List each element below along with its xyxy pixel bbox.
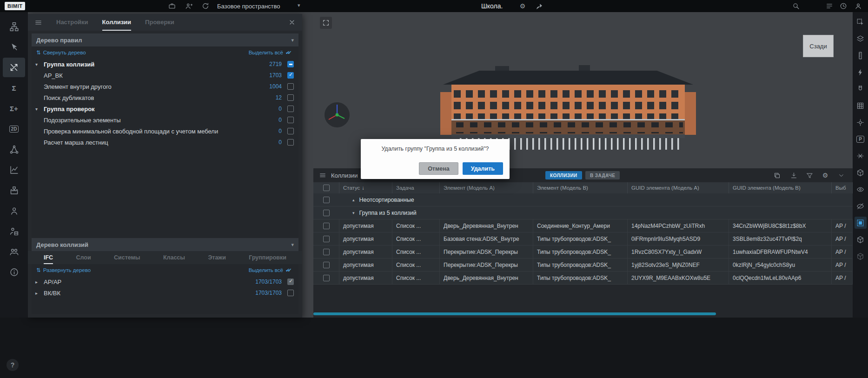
chevron-down-icon[interactable]: ▾ [291,242,294,248]
tab-settings[interactable]: Настройки [56,14,88,31]
graph-tool-icon[interactable] [3,139,25,159]
hide-eye-icon[interactable] [855,200,867,212]
column-guid-a[interactable]: GUID элемента (Модель А) [628,182,729,193]
close-icon[interactable] [288,19,296,26]
row-checkbox[interactable] [323,275,330,281]
rule-tree-row[interactable]: ▾ Группа коллизий 2719 [32,59,298,70]
rule-checkbox[interactable] [287,83,294,90]
isolate-box-icon[interactable] [855,217,867,229]
row-checkbox[interactable] [323,249,330,255]
expand-caret-icon[interactable]: ▾ [35,106,44,112]
info-tool-icon[interactable] [3,262,25,282]
pair-checkbox[interactable] [287,279,294,285]
rule-tree-row[interactable]: ▾ Группа проверок 0 [32,103,298,114]
grid-table-icon[interactable] [855,99,867,112]
column-element-a[interactable]: Элемент (Модель А) [440,182,533,193]
rules-tree-header[interactable]: Дерево правил ▾ [32,33,298,46]
select-tool-icon[interactable] [3,37,25,57]
collapse-tree-link[interactable]: ⇅ Свернуть дерево [36,49,86,56]
rule-tree-row[interactable]: Элемент внутри другого 1004 [32,81,298,92]
row-checkbox[interactable] [323,236,330,242]
select-all-link[interactable]: Выделить всё ✔✔ [249,50,294,56]
expand-caret-icon[interactable]: ▾ [35,62,44,67]
tab-checks[interactable]: Проверки [145,14,174,31]
magnet-icon[interactable] [855,83,867,95]
sum-tool-icon[interactable]: Σ [3,78,25,98]
rule-tree-row[interactable]: Проверка минимальной свободной площади с… [32,126,298,137]
rule-checkbox[interactable] [287,106,294,112]
search-icon[interactable] [790,0,802,12]
row-checkbox[interactable] [323,262,330,268]
cancel-button[interactable]: Отмена [419,162,458,175]
gear-icon[interactable]: ⚙ [517,0,528,12]
tab-collisions[interactable]: Коллизии [102,14,132,31]
panel-menu-icon[interactable] [319,172,326,179]
rule-tree-row[interactable]: АР_ВК 1703 [32,70,298,81]
xray-cube-icon[interactable] [855,250,867,262]
panel-menu-icon[interactable] [34,19,42,27]
viewcube-back-face[interactable]: Сзади [803,35,834,57]
select-all-checkbox[interactable] [323,185,330,191]
expand-caret-icon[interactable]: ▸ [35,279,44,285]
collision-tree-row[interactable]: ▸ АР/АР 1703/1703 [32,276,298,287]
collision-row[interactable]: допустимая Список ... Базовая стена:ADSK… [313,232,853,245]
tab-layers[interactable]: Слои [76,251,91,264]
axes-gizmo[interactable] [324,101,351,128]
rule-checkbox[interactable] [287,72,294,79]
filter-icon[interactable] [805,171,814,179]
tab-floors[interactable]: Этажи [208,251,226,264]
projects-icon[interactable] [166,0,178,12]
group-row-unsorted[interactable]: ▴ Неотсортированные [313,193,853,206]
area-select-icon[interactable] [855,16,867,28]
rule-checkbox[interactable] [287,139,294,146]
group-collapsed-icon[interactable]: ▴ [352,198,355,202]
copy-icon[interactable] [773,171,781,179]
focus-target-icon[interactable] [855,116,867,128]
collaboration-icon[interactable] [183,0,194,12]
in-task-mode-button[interactable]: В ЗАДАЧЕ [585,171,620,179]
tab-ifc[interactable]: IFC [44,251,53,264]
horizontal-scrollbar[interactable] [313,312,716,315]
rule-tree-row[interactable]: Поиск дубликатов 12 [32,92,298,103]
view-2d-tool-icon[interactable]: 2D [3,119,25,139]
rule-tree-row[interactable]: Расчет марша лестниц 0 [32,137,298,148]
ruler-icon[interactable] [855,49,867,61]
collisions-tool-icon[interactable] [3,58,25,77]
cube-view-icon[interactable] [855,233,867,245]
profile-icon[interactable] [853,0,864,12]
expand-caret-icon[interactable]: ▸ [35,291,44,296]
section-planes-icon[interactable] [855,150,867,162]
pair-checkbox[interactable] [287,290,294,296]
collisions-tree-header[interactable]: Дерево коллизий ▾ [32,238,298,251]
team-tool-icon[interactable] [3,242,25,261]
building-model[interactable] [439,65,697,150]
row-checkbox[interactable] [323,223,330,229]
workspace-selector[interactable]: Базовое пространство [217,3,280,10]
fullscreen-icon[interactable] [320,17,332,29]
expand-tree-link[interactable]: ⇅ Развернуть дерево [36,267,91,273]
rule-tree-row[interactable]: Подозрительные элементы 0 [32,114,298,126]
help-button[interactable]: ? [7,359,19,371]
download-icon[interactable] [789,171,798,179]
plan-p-icon[interactable]: P [855,133,867,145]
tasks-icon[interactable] [824,0,835,12]
model-tree-icon[interactable] [3,17,25,36]
row-checkbox[interactable] [323,210,330,216]
collisions-mode-button[interactable]: КОЛЛИЗИИ [545,171,582,179]
column-selection[interactable]: Выб [832,182,853,193]
history-icon[interactable] [838,0,849,12]
explode-icon[interactable] [855,66,867,78]
show-eye-icon[interactable] [855,183,867,195]
group-row-5-collisions[interactable]: ▾ Группа из 5 коллизий [313,206,853,219]
rule-checkbox[interactable] [287,61,294,67]
tab-classes[interactable]: Классы [163,251,185,264]
column-task[interactable]: Задача [392,182,440,193]
clip-box-icon[interactable] [855,166,867,179]
collision-row[interactable]: допустимая Список ... Дверь_Деревянная_В… [313,272,853,285]
column-status[interactable]: Статус ↓ [339,182,392,193]
share-icon[interactable] [534,0,545,12]
chevron-down-icon[interactable]: ▾ [298,2,300,8]
collision-tree-row[interactable]: ▸ ВК/ВК 1703/1703 [32,287,298,298]
column-element-b[interactable]: Элемент (Модель В) [533,182,628,193]
chevron-down-icon[interactable]: ▾ [291,37,294,43]
